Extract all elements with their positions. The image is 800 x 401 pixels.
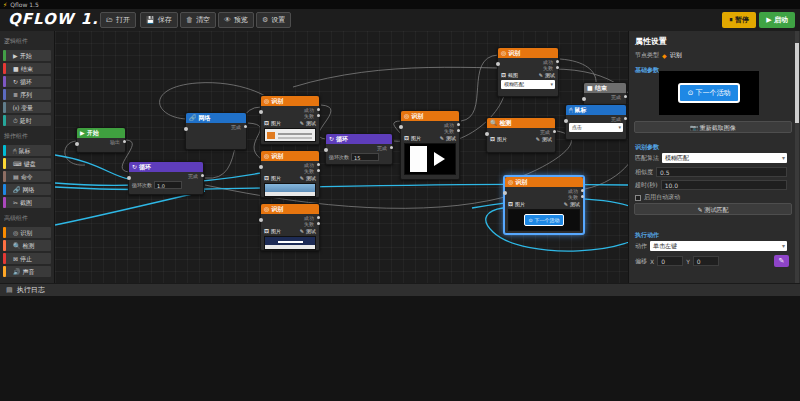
pencil-icon: ✎: [539, 72, 543, 78]
app-header: QFLOW 1.5 🗁打开 💾保存 🗑清空 👁预览 ⚙设置 ⏸ 暂停 ▶ 启动: [0, 9, 800, 31]
test-match-button[interactable]: ✎ 测试匹配: [634, 203, 792, 215]
sidebar-item-network[interactable]: 🔗网络: [3, 184, 51, 195]
wire-highlight: [55, 191, 205, 225]
node-type-value: 识别: [670, 51, 682, 60]
log-label: 执行日志: [17, 286, 45, 294]
scrollbar-thumb[interactable]: [795, 43, 799, 123]
properties-panel: 属性设置 节点类型 ◆ 识别 基础参数 ⊙ 下一个活动 📷 重新截取图像 识别参…: [628, 31, 800, 283]
offset-x-input[interactable]: 0: [657, 256, 683, 266]
sidebar-item-delay[interactable]: ⏱延时: [3, 115, 51, 126]
node-end[interactable]: ■结束 完成: [583, 82, 627, 106]
sidebar-item-loop[interactable]: ↻循环: [3, 76, 51, 87]
window-title: Qflow 1.5: [10, 1, 39, 8]
recapture-image-button[interactable]: 📷 重新截取图像: [634, 121, 792, 133]
sidebar-item-screenshot[interactable]: ✂截图: [3, 197, 51, 208]
recognize-icon: ◎: [404, 112, 409, 119]
node-mouse[interactable]: 🖱鼠标 完成 点击▾: [565, 104, 627, 140]
sidebar-item-recognize[interactable]: ◎识别: [3, 227, 51, 238]
color-bar: [3, 145, 6, 156]
next-activity-button-image: ⊙ 下一个活动: [678, 83, 739, 103]
start-button[interactable]: ▶ 启动: [759, 12, 795, 28]
image-icon: 🖼: [490, 136, 495, 142]
chevron-down-icon: ▾: [782, 241, 785, 251]
pencil-icon: ✎: [698, 206, 703, 213]
recognize-icon: ◎: [264, 205, 269, 212]
node-type-label: 节点类型: [635, 51, 659, 60]
timer-icon: ⏱: [13, 117, 18, 124]
sidebar-item-stop[interactable]: ⊠停止: [3, 253, 51, 264]
trash-icon: 🗑: [186, 16, 193, 24]
clear-button[interactable]: 🗑清空: [180, 12, 216, 28]
open-button[interactable]: 🗁打开: [100, 12, 136, 28]
color-bar: [3, 171, 6, 182]
color-bar: [3, 50, 6, 61]
color-bar: [3, 253, 6, 264]
chevron-down-icon: ▾: [618, 123, 621, 132]
color-bar: [3, 76, 6, 87]
node-network[interactable]: 🔗网络 完成: [185, 112, 247, 150]
keyboard-icon: ⌨: [13, 160, 22, 167]
pencil-icon: ✎: [300, 175, 304, 181]
sidebar-group-advanced: 高级组件 ◎识别 🔍检测 ⊠停止 🔊声音: [0, 212, 54, 277]
offset-label: 偏移: [635, 257, 647, 266]
panel-scrollbar[interactable]: [795, 31, 799, 283]
mouse-action-dropdown[interactable]: 点击▾: [569, 123, 623, 132]
offset-y-label: Y: [686, 258, 690, 265]
flow-canvas[interactable]: ▶开始 输出 ↻循环 完成 循环次数 1.0 🔗网络 完成 ◎识别 成功失败 🖼…: [55, 31, 628, 283]
sidebar-item-detect[interactable]: 🔍检测: [3, 240, 51, 251]
color-bar: [3, 102, 6, 113]
sidebar-item-command[interactable]: ▤命令: [3, 171, 51, 182]
node-recognize-1[interactable]: ◎识别 成功失败 🖼图片✎测试: [260, 95, 320, 145]
recognize-icon: ◎: [501, 49, 506, 56]
sidebar-item-mouse[interactable]: 🖱鼠标: [3, 145, 51, 156]
sequence-icon: ≣: [13, 91, 18, 98]
node-recognize-3[interactable]: ◎识别 成功失败 🖼图片✎测试: [260, 203, 320, 251]
color-bar: [3, 158, 6, 169]
pause-button[interactable]: ⏸ 暂停: [722, 12, 756, 28]
loop-count-input[interactable]: 15: [351, 153, 379, 161]
component-sidebar: 逻辑组件 ▶开始 ■结束 ↻循环 ≣序列 ⒳变量 ⏱延时 操作组件 🖱鼠标 ⌨键…: [0, 31, 55, 283]
offset-y-input[interactable]: 0: [693, 256, 719, 266]
sidebar-item-end[interactable]: ■结束: [3, 63, 51, 74]
preview-button[interactable]: 👁预览: [218, 12, 254, 28]
pencil-icon: ✎: [536, 136, 540, 142]
sidebar-item-sequence[interactable]: ≣序列: [3, 89, 51, 100]
loop-icon: ↻: [13, 78, 18, 85]
loop-count-input[interactable]: 1.0: [154, 181, 182, 189]
command-icon: ▤: [13, 173, 19, 180]
settings-button[interactable]: ⚙设置: [256, 12, 291, 28]
match-mode-dropdown[interactable]: 模糊匹配▾: [501, 80, 555, 89]
node-detect[interactable]: 🔍检测 完成 🖼图片✎测试: [486, 117, 556, 153]
mouse-icon: 🖱: [13, 147, 17, 154]
node-recognize-5[interactable]: ◎识别 成功失败 🖼截图✎测试 模糊匹配▾: [497, 47, 559, 97]
node-thumbnail: [264, 183, 316, 197]
node-loop-1[interactable]: ↻循环 完成 循环次数 1.0: [128, 161, 204, 195]
node-recognize-4[interactable]: ◎识别 成功失败 🖼图片✎测试: [400, 110, 460, 180]
offset-x-label: X: [650, 258, 654, 265]
edit-offset-button[interactable]: ✎: [774, 255, 789, 267]
match-mode-select[interactable]: 模糊匹配▾: [662, 153, 787, 163]
panel-title: 属性设置: [629, 31, 800, 49]
sidebar-item-keyboard[interactable]: ⌨键盘: [3, 158, 51, 169]
image-icon: 🖼: [508, 201, 513, 207]
node-loop-2[interactable]: ↻循环 完成 循环次数 15: [325, 133, 393, 165]
log-icon: ▤: [6, 286, 13, 294]
action-select[interactable]: 单击左键▾: [650, 241, 787, 251]
group-title: 操作组件: [0, 130, 54, 143]
similarity-input[interactable]: 0.5: [656, 167, 787, 177]
save-button[interactable]: 💾保存: [140, 12, 178, 28]
node-start[interactable]: ▶开始 输出: [76, 127, 126, 153]
autoscroll-checkbox[interactable]: [635, 195, 641, 201]
sidebar-item-variable[interactable]: ⒳变量: [3, 102, 51, 113]
node-recognize-2[interactable]: ◎识别 成功失败 🖼图片✎测试: [260, 150, 320, 198]
next-activity-button-image: ⊙ 下一个活动: [524, 214, 565, 226]
sidebar-item-sound[interactable]: 🔊声音: [3, 266, 51, 277]
log-bar[interactable]: ▤执行日志: [0, 283, 800, 296]
sidebar-item-start[interactable]: ▶开始: [3, 50, 51, 61]
timeout-input[interactable]: 10.0: [661, 180, 787, 190]
group-title: 逻辑组件: [0, 35, 54, 48]
match-mode-label: 匹配算法: [635, 154, 659, 163]
image-icon: 🖼: [264, 120, 269, 126]
node-recognize-selected[interactable]: ◎识别 成功失败 🖼图片✎测试 ⊙ 下一个活动: [504, 176, 584, 234]
log-output-area: [0, 296, 800, 401]
